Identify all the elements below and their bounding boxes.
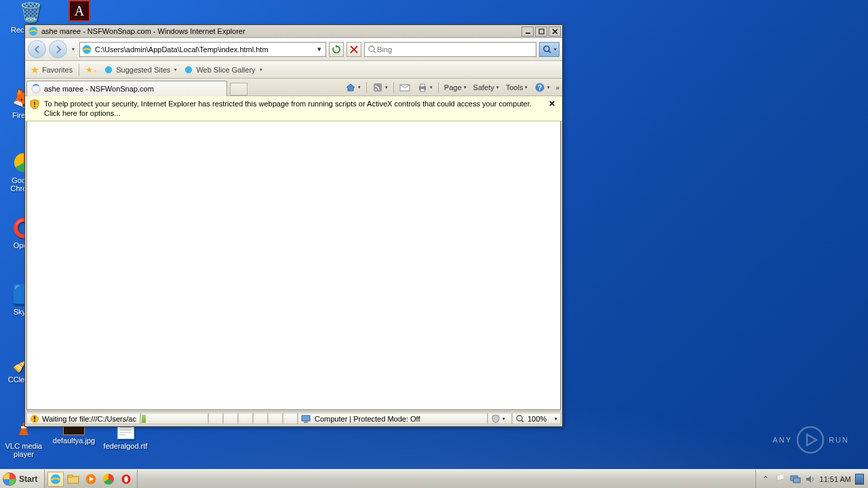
forward-button[interactable]: [49, 40, 67, 58]
print-button[interactable]: ▾: [414, 81, 435, 94]
volume-icon[interactable]: [805, 474, 816, 485]
status-cell: [268, 413, 283, 424]
ie-icon: [104, 65, 113, 75]
svg-rect-22: [420, 89, 425, 92]
anyrun-watermark: ANY RUN: [773, 426, 849, 454]
svg-text:!: !: [33, 415, 36, 423]
svg-rect-29: [304, 422, 308, 423]
status-text-cell: ! Waiting for file:///C:/Users/ac: [26, 413, 140, 424]
overflow-button[interactable]: »: [554, 84, 559, 92]
svg-text:!: !: [33, 100, 36, 108]
ie-window: ashe maree - NSFWonSnap.com - Windows In…: [24, 24, 563, 427]
titlebar[interactable]: ashe maree - NSFWonSnap.com - Windows In…: [25, 25, 562, 38]
windows-orb-icon: [3, 472, 16, 486]
infobar-message: To help protect your security, Internet …: [44, 99, 542, 118]
status-cell: [253, 413, 268, 424]
svg-rect-42: [793, 478, 800, 483]
svg-line-31: [521, 420, 524, 422]
zone-text: Computer | Protected Mode: Off: [315, 415, 420, 423]
watermark-text: ANY: [773, 436, 793, 444]
ie-icon: [184, 65, 193, 75]
information-bar[interactable]: ! To help protect your security, Interne…: [25, 96, 562, 121]
start-button[interactable]: Start: [0, 470, 45, 489]
clock[interactable]: 11:51 AM: [820, 475, 851, 483]
separator: [438, 82, 439, 93]
safety-menu[interactable]: Safety▾: [471, 82, 502, 93]
zoom-icon: [515, 414, 525, 424]
maximize-button[interactable]: [535, 26, 547, 37]
window-title: ashe maree - NSFWonSnap.com - Windows In…: [41, 27, 520, 35]
svg-point-11: [369, 46, 374, 52]
adobe-icon[interactable]: A: [56, 0, 103, 23]
address-dropdown[interactable]: ▾: [315, 45, 324, 54]
separator: [393, 82, 394, 93]
new-tab-button[interactable]: [230, 83, 248, 96]
read-mail-button[interactable]: [397, 81, 413, 94]
zone-cell[interactable]: Computer | Protected Mode: Off: [298, 413, 488, 424]
tab-current[interactable]: ashe maree - NSFWonSnap.com: [26, 81, 227, 96]
start-label: Start: [19, 474, 37, 484]
search-box[interactable]: [364, 42, 536, 57]
home-button[interactable]: ▾: [342, 81, 363, 94]
favorites-bar: ★Favorites ★₊ Suggested Sites▾ Web Slice…: [25, 61, 562, 79]
zoom-button[interactable]: 100%▾: [512, 413, 561, 424]
taskbar-chrome-button[interactable]: [100, 472, 117, 487]
label: VLC media player: [0, 442, 47, 458]
show-desktop-button[interactable]: [855, 474, 864, 485]
status-cell: [283, 413, 298, 424]
svg-text:?: ?: [538, 83, 542, 92]
svg-point-40: [125, 476, 128, 482]
label: Tools: [506, 83, 524, 92]
suggested-sites-link[interactable]: Suggested Sites▾: [101, 64, 180, 76]
svg-rect-21: [420, 84, 425, 87]
refresh-button[interactable]: [329, 42, 344, 57]
status-cell: [208, 413, 223, 424]
label: federalgod.rtf: [102, 442, 149, 450]
stop-button[interactable]: [347, 42, 361, 57]
protected-mode-button[interactable]: ▾: [488, 413, 512, 424]
ie-logo-icon: [28, 26, 39, 37]
back-button[interactable]: [28, 40, 46, 58]
page-content: [26, 121, 561, 410]
taskbar-opera-button[interactable]: [118, 472, 134, 487]
search-button[interactable]: ▾: [539, 42, 559, 57]
search-input[interactable]: [377, 43, 533, 56]
svg-point-15: [105, 66, 113, 73]
svg-marker-43: [806, 476, 811, 483]
tab-title: ashe maree - NSFWonSnap.com: [44, 85, 154, 93]
taskbar-wmp-button[interactable]: [83, 472, 99, 487]
page-menu[interactable]: Page▾: [441, 82, 469, 93]
network-icon[interactable]: [790, 474, 801, 485]
label: Suggested Sites: [116, 66, 170, 74]
svg-marker-33: [807, 434, 816, 445]
address-bar[interactable]: ▾: [79, 42, 326, 57]
system-tray: ⌃ 🏳️ 11:51 AM: [755, 470, 868, 488]
computer-icon: [301, 414, 312, 424]
label: defaultya.jpg: [50, 436, 98, 445]
flag-icon[interactable]: 🏳️: [775, 474, 786, 485]
add-to-favorites-button[interactable]: ★₊: [83, 64, 100, 76]
taskbar-explorer-button[interactable]: [65, 472, 81, 487]
favorites-button[interactable]: ★Favorites: [28, 63, 75, 77]
svg-point-32: [797, 427, 823, 453]
tools-menu[interactable]: Tools▾: [503, 82, 531, 93]
feeds-button[interactable]: ▾: [370, 81, 391, 94]
status-cell: [238, 413, 253, 424]
svg-point-18: [374, 89, 376, 91]
close-button[interactable]: [549, 26, 561, 37]
infobar-close-button[interactable]: ✕: [546, 99, 558, 108]
minimize-button[interactable]: [521, 26, 534, 37]
address-input[interactable]: [95, 43, 315, 56]
svg-line-12: [374, 51, 376, 53]
help-button[interactable]: ?▾: [532, 81, 553, 94]
svg-rect-28: [302, 415, 310, 421]
taskbar-ie-button[interactable]: [47, 472, 64, 487]
web-slice-gallery-link[interactable]: Web Slice Gallery▾: [181, 64, 264, 76]
show-hidden-icons-button[interactable]: ⌃: [760, 474, 771, 485]
star-icon: ★: [31, 64, 39, 75]
shield-off-icon: [491, 414, 500, 424]
recent-pages-dropdown[interactable]: ▾: [70, 46, 77, 52]
svg-point-30: [517, 415, 522, 421]
page-icon: [81, 44, 92, 55]
status-cell: [223, 413, 238, 424]
